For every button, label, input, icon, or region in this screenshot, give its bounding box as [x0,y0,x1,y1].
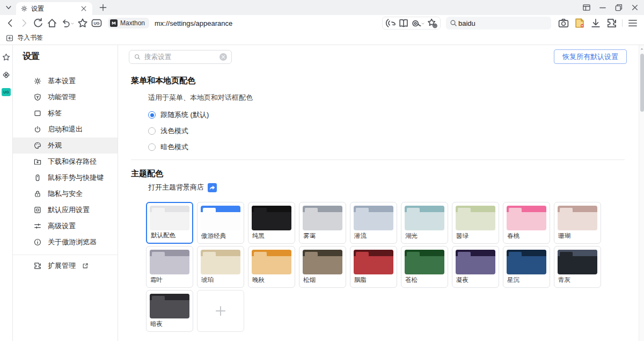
theme-card-4[interactable]: 潜流 [350,202,397,244]
radio-icon[interactable] [148,143,156,151]
gear-icon [33,77,42,85]
add-theme-button[interactable] [197,290,244,332]
theme-card-5[interactable]: 湖光 [401,202,448,244]
sidebar-item-2[interactable]: 标签 [13,105,118,121]
scrollbar-thumb[interactable] [640,54,644,112]
reload-button[interactable] [32,17,44,29]
undo-closed-tab-button[interactable] [60,17,75,29]
sliders-icon [33,222,42,230]
sidebar-item-extensions[interactable]: 扩展管理 [13,258,118,274]
radio-selected-icon[interactable] [148,111,156,119]
sidebar-item-0[interactable]: 基本设置 [13,73,118,89]
theme-store-link[interactable]: 打开主题背景商店 [148,183,204,192]
sidebar-item-label: 高级设置 [48,221,76,231]
site-identity-chip[interactable]: Maxthon [108,18,149,28]
info-icon [33,238,42,246]
reader-mode-icon[interactable] [398,17,409,29]
theme-card-3[interactable]: 雾霭 [299,202,346,244]
minimize-icon[interactable] [598,3,608,12]
theme-card-10[interactable]: 琥珀 [197,246,244,288]
back-button[interactable] [4,17,16,29]
vertical-scrollbar[interactable] [639,45,644,341]
lock-icon [33,190,42,198]
sidebar-item-label: 关于傲游浏览器 [48,237,97,247]
color-mode-option-0[interactable]: 跟随系统 (默认) [148,107,209,123]
sidebar-item-4[interactable]: 外观 [13,137,118,154]
restore-defaults-button[interactable]: 恢复所有默认设置 [554,49,627,64]
clear-settings-search-icon[interactable] [219,53,227,61]
page-title: 设置 [23,51,40,62]
sidebar-item-5[interactable]: 下载和保存路径 [13,154,118,170]
theme-card-11[interactable]: 晚秋 [248,246,295,288]
theme-card-0[interactable]: 默认配色 [146,202,193,244]
settings-search-box[interactable] [129,50,232,64]
radio-icon[interactable] [148,127,156,135]
tab-close-icon[interactable] [79,4,88,13]
toolbar-search-box[interactable] [446,17,551,30]
section-title-color-mode: 菜单和本地页配色 [131,76,195,86]
search-icon [134,53,141,61]
sidebar-item-6[interactable]: 鼠标手势与快捷键 [13,170,118,186]
theme-swatch [150,250,189,274]
new-tab-button[interactable] [98,3,108,12]
read-aloud-icon[interactable] [385,17,397,29]
sidebar-item-3[interactable]: 启动和退出 [13,121,118,137]
toolbar-search-input[interactable] [458,19,553,27]
theme-swatch [150,294,189,318]
sidebar-item-label: 鼠标手势与快捷键 [48,173,104,183]
clover-panel-icon[interactable] [2,70,11,79]
theme-card-7[interactable]: 春桃 [503,202,550,244]
download-icon[interactable] [590,17,602,29]
search-engine-icon[interactable] [449,17,458,29]
maxnote-icon[interactable] [574,17,586,29]
theme-card-17[interactable]: 青灰 [554,246,601,288]
color-mode-option-2[interactable]: 暗色模式 [148,139,209,155]
scroll-up-arrow-icon[interactable] [640,47,644,51]
ug-mode-button[interactable]: UG [91,17,103,29]
theme-card-13[interactable]: 胭脂 [350,246,397,288]
restore-icon[interactable] [614,3,624,12]
theme-card-8[interactable]: 珊瑚 [554,202,601,244]
main-content: 恢复所有默认设置 菜单和本地页配色 适用于菜单、本地页和对话框配色 跟随系统 (… [118,45,639,341]
color-mode-option-1[interactable]: 浅色模式 [148,123,209,139]
sidebar-item-10[interactable]: 关于傲游浏览器 [13,234,118,250]
home-button[interactable] [46,17,58,29]
theme-name: 雾霭 [303,232,316,240]
tab-list-chevron-icon[interactable] [3,3,14,12]
ug-badge-icon[interactable]: UG [2,88,11,96]
theme-card-14[interactable]: 苍松 [401,246,448,288]
sidebar-item-1[interactable]: 功能管理 [13,89,118,105]
theme-card-16[interactable]: 星沉 [503,246,550,288]
forward-button[interactable] [18,17,30,29]
theme-card-2[interactable]: 纯黑 [248,202,295,244]
collect-star-gear-icon[interactable] [426,17,438,29]
theme-name: 霜叶 [150,276,163,284]
theme-card-12[interactable]: 松烟 [299,246,346,288]
sidebar-item-label: 隐私与安全 [48,189,83,199]
favorites-panel-icon[interactable] [2,53,11,62]
extensions-icon[interactable] [606,17,618,29]
theme-store-link-row: 打开主题背景商店 [148,183,217,192]
screenshot-camera-icon[interactable] [558,17,569,29]
settings-search-input[interactable] [144,53,216,61]
theme-card-18[interactable]: 暗夜 [146,290,193,332]
split-view-icon[interactable] [582,3,591,12]
close-window-icon[interactable] [630,3,640,12]
theme-name: 星沉 [507,276,519,284]
sidebar-item-9[interactable]: 高级设置 [13,218,118,234]
favorite-star-button[interactable] [77,17,89,29]
brand-label: Maxthon [120,19,145,27]
sidebar-item-8[interactable]: 默认应用设置 [13,202,118,218]
theme-card-9[interactable]: 霜叶 [146,246,193,288]
main-menu-icon[interactable] [627,17,639,29]
theme-name: 暗夜 [150,320,163,328]
active-tab[interactable]: 设置 [16,2,92,15]
open-store-arrow-icon[interactable] [208,183,217,192]
address-url[interactable]: mx://settings/appearance [155,19,232,27]
theme-card-6[interactable]: 茵绿 [452,202,499,244]
theme-card-15[interactable]: 凝夜 [452,246,499,288]
sidebar-item-7[interactable]: 隐私与安全 [13,186,118,202]
snail-tools-button[interactable] [411,17,425,29]
theme-card-1[interactable]: 傲游经典 [197,202,244,244]
import-bookmarks-button[interactable]: 导入书签 [17,33,43,42]
